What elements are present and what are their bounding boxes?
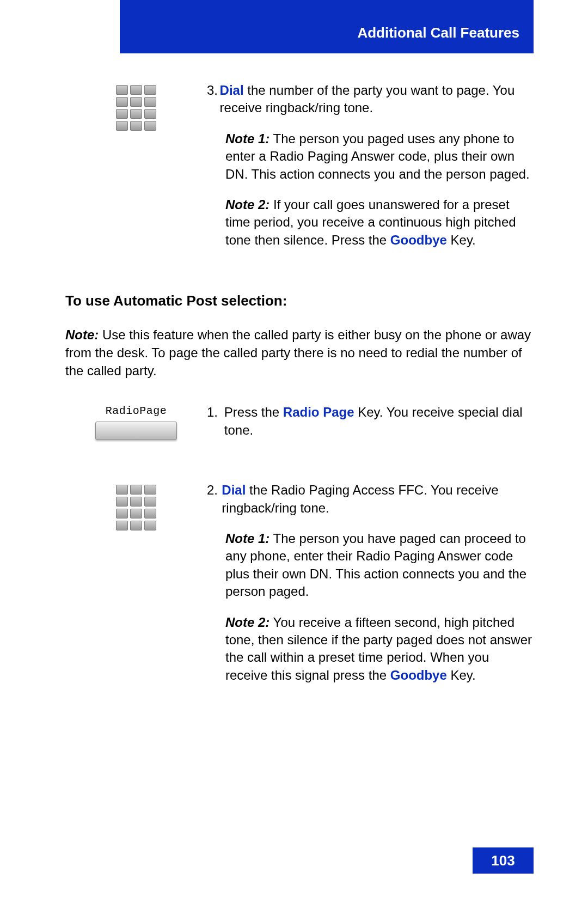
- step-1-text-a: Press the: [224, 405, 283, 419]
- step-3-text: 3. Dial the number of the party you want…: [207, 82, 534, 262]
- keypad-icon-col: [65, 82, 207, 131]
- goodbye-key-label: Goodbye: [390, 233, 447, 247]
- note-2-text-b: Key.: [447, 233, 476, 247]
- dial-key-label: Dial: [222, 483, 246, 497]
- header-title: Additional Call Features: [357, 25, 519, 41]
- keypad-icon-col: [65, 481, 207, 530]
- step-2-text: 2. Dial the Radio Paging Access FFC. You…: [207, 481, 534, 697]
- note-1-text: The person you paged uses any phone to e…: [225, 131, 530, 181]
- step-3-row: 3. Dial the number of the party you want…: [65, 82, 534, 262]
- content-area: 3. Dial the number of the party you want…: [65, 82, 534, 697]
- note-2-text-b: Key.: [447, 668, 476, 682]
- softkey-icon: RadioPage: [95, 405, 177, 440]
- header-band: Additional Call Features: [120, 0, 534, 53]
- note-1-text: The person you have paged can proceed to…: [225, 531, 526, 599]
- section-note-text: Use this feature when the called party i…: [65, 327, 531, 378]
- step-1-row: RadioPage 1. Press the Radio Page Key. Y…: [65, 404, 534, 452]
- note-2-text-a: You receive a fifteen second, high pitch…: [225, 615, 532, 682]
- manual-page: Additional Call Features 3. Dial the num…: [0, 0, 588, 909]
- note-1-label: Note 1:: [225, 531, 270, 546]
- step-1-text: 1. Press the Radio Page Key. You receive…: [207, 404, 534, 452]
- auto-post-note: Note: Use this feature when the called p…: [65, 326, 534, 380]
- step-3-lead: the number of the party you want to page…: [220, 83, 515, 115]
- dial-key-label: Dial: [220, 83, 244, 97]
- note-1-label: Note 1:: [225, 131, 270, 146]
- step-number: 2.: [207, 481, 222, 517]
- keypad-icon: [116, 85, 156, 131]
- page-number: 103: [473, 847, 534, 874]
- keypad-icon: [116, 485, 156, 530]
- note-2-label: Note 2:: [225, 615, 270, 630]
- step-2-lead: the Radio Paging Access FFC. You receive…: [222, 483, 498, 515]
- note-2-label: Note 2:: [225, 197, 270, 212]
- step-number: 3.: [207, 82, 220, 117]
- auto-post-heading: To use Automatic Post selection:: [65, 292, 534, 309]
- softkey-button-graphic: [95, 422, 177, 440]
- step-number: 1.: [207, 404, 224, 439]
- section-note-label: Note:: [65, 327, 99, 342]
- softkey-col: RadioPage: [65, 404, 207, 440]
- goodbye-key-label: Goodbye: [390, 668, 447, 682]
- radio-page-key-label: Radio Page: [283, 405, 354, 419]
- softkey-label: RadioPage: [95, 405, 177, 417]
- step-2-row: 2. Dial the Radio Paging Access FFC. You…: [65, 481, 534, 697]
